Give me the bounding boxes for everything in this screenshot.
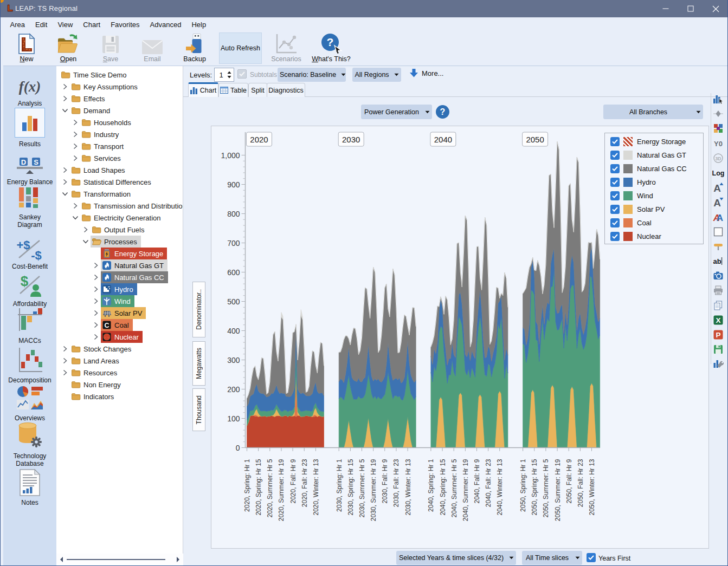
- years-first-checkbox[interactable]: [587, 553, 596, 562]
- expand-icon[interactable]: [70, 200, 80, 212]
- print-button[interactable]: [712, 284, 724, 296]
- years-timeslices-dropdown[interactable]: Selected Years & time slices (4/32): [396, 551, 516, 565]
- tree-item-natural-gas-gt[interactable]: Natural Gas GT: [56, 259, 183, 271]
- timeslices-dropdown[interactable]: All Time slices: [522, 551, 582, 565]
- tree-item-demand[interactable]: Demand: [56, 105, 183, 116]
- tab-diagnostics[interactable]: Diagnostics: [267, 83, 305, 97]
- open-button[interactable]: Open: [56, 33, 80, 64]
- expand-icon[interactable]: [91, 307, 101, 319]
- scenarios-button[interactable]: Scenarios: [269, 33, 303, 64]
- save-button[interactable]: Save: [99, 33, 122, 64]
- chart-type-button[interactable]: [712, 93, 724, 105]
- unit-button-megawatts[interactable]: Megawatts: [192, 341, 205, 386]
- sidebar-item-sankey[interactable]: SankeyDiagram: [3, 185, 56, 229]
- auto-refresh-button[interactable]: Auto Refresh: [219, 32, 262, 64]
- tree-item-transmission-and-distribution[interactable]: Transmission and Distribution: [56, 200, 183, 212]
- legend-checkbox[interactable]: [610, 191, 620, 200]
- sidebar-item-maccs[interactable]: MACCs: [3, 305, 56, 344]
- category-dropdown[interactable]: Power Generation: [361, 105, 432, 119]
- expand-icon[interactable]: [60, 81, 70, 93]
- expand-icon[interactable]: [91, 283, 101, 295]
- help-button[interactable]: ?: [436, 105, 449, 119]
- expand-icon[interactable]: [91, 259, 101, 271]
- copy-button[interactable]: [712, 300, 724, 311]
- legend-checkbox[interactable]: [610, 178, 620, 187]
- tree-item-nuclear[interactable]: Nuclear: [56, 331, 183, 343]
- tree-item-solar-pv[interactable]: Solar PV: [56, 307, 183, 319]
- expand-icon[interactable]: [60, 343, 70, 355]
- tab-chart[interactable]: Chart: [188, 82, 218, 97]
- expand-icon[interactable]: [91, 331, 101, 343]
- legend-checkbox[interactable]: [610, 232, 620, 241]
- copy-image-button[interactable]: [712, 270, 724, 282]
- legend-checkbox[interactable]: [610, 164, 620, 173]
- background-button[interactable]: [712, 226, 724, 238]
- tab-table[interactable]: Table: [218, 83, 248, 97]
- levels-spinner[interactable]: 1: [214, 68, 234, 82]
- email-button[interactable]: Email: [141, 33, 164, 64]
- tree-item-natural-gas-cc[interactable]: Natural Gas CC: [56, 271, 183, 283]
- expand-icon[interactable]: [80, 224, 91, 236]
- menu-item-help[interactable]: Help: [186, 18, 211, 31]
- font-larger-button[interactable]: A: [712, 181, 724, 193]
- tree-item-electricity-generation[interactable]: Electricity Generation: [56, 212, 183, 224]
- minimize-button[interactable]: [653, 0, 678, 17]
- more-button[interactable]: More...: [409, 68, 443, 78]
- tree-item-services[interactable]: Services: [56, 152, 183, 164]
- scenario-dropdown[interactable]: Scenario: Baseline: [278, 68, 346, 82]
- expand-icon[interactable]: [60, 93, 70, 105]
- sidebar-item-results[interactable]: Results: [3, 108, 56, 148]
- maximize-button[interactable]: [678, 0, 703, 17]
- tree-item-resources[interactable]: Resources: [56, 367, 183, 379]
- legend-checkbox[interactable]: [610, 218, 620, 227]
- tree-item-effects[interactable]: Effects: [56, 93, 183, 105]
- sidebar-item-notes[interactable]: Notes: [3, 468, 56, 506]
- legend-checkbox[interactable]: [610, 151, 620, 160]
- tree-item-hydro[interactable]: Hydro: [56, 283, 183, 295]
- expand-icon[interactable]: [60, 367, 70, 379]
- expand-icon[interactable]: [91, 295, 101, 307]
- whats-this-button[interactable]: ?What's This?: [310, 33, 353, 64]
- unit-button-thousand[interactable]: Thousand: [192, 388, 205, 431]
- branches-dropdown[interactable]: All Branches: [603, 105, 703, 119]
- powerpoint-button[interactable]: P: [712, 329, 724, 341]
- tree-item-output-fuels[interactable]: Output Fuels: [56, 224, 183, 236]
- tree-item-transformation[interactable]: Transformation: [56, 188, 183, 200]
- menu-item-chart[interactable]: Chart: [78, 18, 106, 31]
- sidebar-item-affordability[interactable]: $Affordability: [3, 271, 56, 308]
- expand-icon[interactable]: [91, 319, 101, 331]
- tree-item-statistical-differences[interactable]: Statistical Differences: [56, 176, 183, 188]
- collapse-icon[interactable]: [60, 188, 70, 200]
- collapse-icon[interactable]: [80, 236, 91, 248]
- log-scale-button[interactable]: Log: [712, 167, 724, 179]
- tree-item-coal[interactable]: CCoal: [56, 319, 183, 331]
- tree-item-indicators[interactable]: Indicators: [56, 391, 183, 402]
- tree-item-time-slice-demo[interactable]: Time Slice Demo: [56, 69, 183, 81]
- menu-item-edit[interactable]: Edit: [30, 18, 52, 31]
- menu-item-favorites[interactable]: Favorites: [106, 18, 145, 31]
- sidebar-item-cost-benefit[interactable]: +$-$Cost-Benefit: [3, 237, 56, 270]
- sidebar-item-energy-balance[interactable]: DSEnergy Balance: [3, 155, 56, 186]
- expand-icon[interactable]: [70, 116, 80, 128]
- expand-icon[interactable]: [60, 355, 70, 367]
- subtotals-checkbox[interactable]: [237, 69, 247, 79]
- collapse-icon[interactable]: [70, 212, 80, 224]
- three-d-button[interactable]: 3D: [712, 152, 724, 164]
- tree-item-land-areas[interactable]: Land Areas: [56, 355, 183, 367]
- close-button[interactable]: [703, 0, 728, 17]
- tree-item-non-energy[interactable]: Non Energy: [56, 379, 183, 391]
- tree-item-industry[interactable]: Industry: [56, 128, 183, 140]
- legend-checkbox[interactable]: [610, 137, 620, 146]
- font-smaller-button[interactable]: A: [712, 196, 724, 208]
- backup-button[interactable]: Backup: [181, 33, 209, 64]
- legend-checkbox[interactable]: [610, 205, 620, 214]
- colors-button[interactable]: [712, 122, 724, 134]
- menu-item-area[interactable]: Area: [5, 18, 30, 31]
- menu-item-advanced[interactable]: Advanced: [145, 18, 186, 31]
- expand-icon[interactable]: [70, 152, 80, 164]
- tree-item-key-assumptions[interactable]: Key Assumptions: [56, 81, 183, 93]
- sidebar-item-analysis[interactable]: f(x)Analysis: [3, 75, 56, 107]
- tree-item-stock-changes[interactable]: Stock Changes: [56, 343, 183, 355]
- unit-button-denominator-[interactable]: Denominator..: [192, 282, 205, 337]
- sidebar-item-overviews[interactable]: Overviews: [3, 383, 56, 422]
